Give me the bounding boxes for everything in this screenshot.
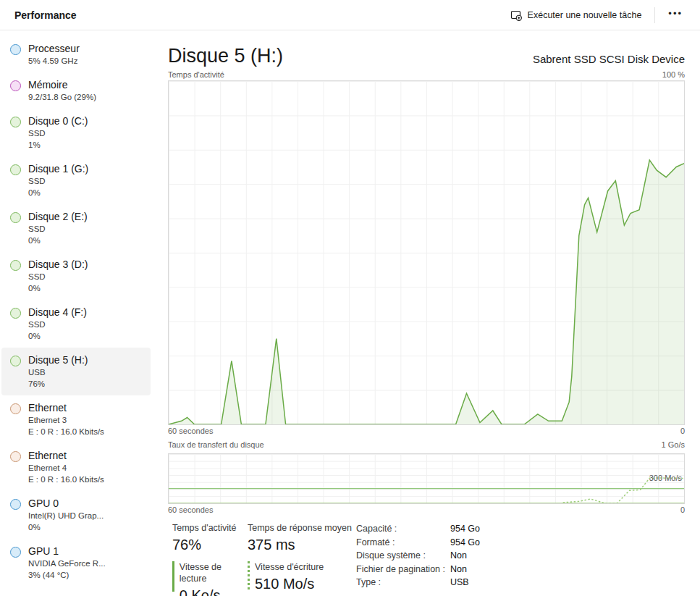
- sidebar-item-sub2: 76%: [28, 378, 88, 390]
- sidebar-item-sub: SSD: [28, 223, 88, 235]
- sidebar-item-cpu[interactable]: Processeur 5% 4.59 GHz: [1, 36, 151, 72]
- sidebar-item-title: Disque 2 (E:): [28, 210, 88, 223]
- write-speed-legend-bar: [248, 561, 250, 592]
- sidebar-item-ethernet3[interactable]: Ethernet Ethernet 3 E : 0 R : 16.0 Kbits…: [1, 395, 151, 443]
- sidebar-item-sub2: 0%: [28, 187, 88, 198]
- gpu-status-icon: [10, 499, 21, 510]
- sidebar-item-sub: SSD: [28, 127, 88, 139]
- sidebar-item-title: Disque 4 (F:): [28, 306, 87, 319]
- sidebar-item-sub2: E : 0 R : 16.0 Kbits/s: [28, 474, 104, 485]
- transfer-chart-scale-max: 1 Go/s: [662, 440, 685, 450]
- header-divider: [654, 7, 655, 23]
- sidebar-item-sub: SSD: [28, 319, 87, 330]
- header-actions: Exécuter une nouvelle tâche •••: [503, 5, 700, 25]
- transfer-chart: 300 Mo/s: [168, 453, 685, 504]
- sidebar-item-sub2: 0%: [28, 235, 88, 246]
- sidebar-item-disk2[interactable]: Disque 2 (E:) SSD 0%: [1, 204, 151, 252]
- detail-type: Type : USB: [356, 576, 685, 589]
- sidebar-item-sub: Intel(R) UHD Grap...: [28, 510, 104, 521]
- detail-capacity: Capacité : 954 Go: [356, 522, 685, 536]
- activity-x-left: 60 secondes: [168, 426, 213, 437]
- read-speed-value: 0 Ko/s: [180, 586, 248, 596]
- sidebar-item-sub: NVIDIA GeForce R...: [28, 558, 106, 569]
- sidebar-item-sub: SSD: [28, 175, 88, 187]
- disk-performance-panel: Disque 5 (H:) Sabrent SSD SCSI Disk Devi…: [168, 30, 685, 596]
- sidebar-item-title: Disque 0 (C:): [28, 114, 88, 127]
- sidebar-item-sub2: 0%: [28, 521, 104, 533]
- detail-page-file: Fichier de pagination : Non: [356, 563, 685, 576]
- write-speed-value: 510 Mo/s: [255, 574, 324, 593]
- sidebar-item-gpu0[interactable]: GPU 0 Intel(R) UHD Grap... 0%: [1, 491, 151, 539]
- sidebar-item-gpu1[interactable]: GPU 1 NVIDIA GeForce R... 3% (44 °C): [1, 539, 151, 587]
- detail-formatted: Formaté : 954 Go: [356, 536, 685, 550]
- sidebar-item-title: Disque 3 (D:): [28, 258, 88, 271]
- sidebar-item-title: Disque 1 (G:): [28, 162, 88, 175]
- ethernet-status-icon: [10, 451, 21, 462]
- page-title: Performance: [0, 9, 77, 21]
- activity-x-right: 0: [680, 426, 685, 437]
- app-header: Performance Exécuter une nouvelle tâche …: [0, 0, 700, 30]
- sidebar-item-sub2: 1%: [28, 139, 88, 151]
- disk-status-icon: [10, 356, 21, 366]
- sidebar-item-title: GPU 0: [28, 497, 104, 510]
- stat-read-speed: Vitesse de lecture 0 Ko/s: [172, 561, 248, 596]
- detail-system-disk: Disque système : Non: [356, 549, 685, 563]
- activity-chart-label: Temps d'activité: [168, 70, 224, 80]
- response-time-value: 375 ms: [248, 535, 355, 554]
- active-time-value: 76%: [172, 535, 248, 554]
- read-speed-legend-bar: [172, 561, 174, 592]
- device-name: Sabrent SSD SCSI Disk Device: [533, 52, 685, 68]
- transfer-chart-label: Taux de transfert du disque: [168, 440, 264, 450]
- disk-status-icon: [10, 260, 21, 271]
- sidebar-item-sub: 9.2/31.8 Go (29%): [28, 91, 96, 103]
- disk-stats: Temps d'activité 76% Temps de réponse mo…: [168, 522, 685, 596]
- sidebar-item-title: GPU 1: [28, 545, 106, 558]
- run-new-task-label: Exécuter une nouvelle tâche: [528, 10, 642, 20]
- stat-active-time: Temps d'activité 76%: [172, 522, 248, 554]
- new-task-icon: [510, 9, 522, 21]
- sidebar-item-memory[interactable]: Mémoire 9.2/31.8 Go (29%): [1, 72, 151, 109]
- more-options-button[interactable]: •••: [661, 5, 690, 25]
- gpu-status-icon: [10, 547, 21, 558]
- disk-status-icon: [10, 308, 21, 319]
- sidebar-item-disk4[interactable]: Disque 4 (F:) SSD 0%: [1, 300, 151, 348]
- run-new-task-button[interactable]: Exécuter une nouvelle tâche: [503, 5, 649, 25]
- sidebar-item-disk0[interactable]: Disque 0 (C:) SSD 1%: [1, 109, 151, 156]
- disk-status-icon: [10, 117, 21, 127]
- performance-sidebar: Processeur 5% 4.59 GHz Mémoire 9.2/31.8 …: [1, 36, 151, 587]
- stat-write-speed: Vitesse d'écriture 510 Mo/s: [248, 561, 355, 596]
- sidebar-item-title: Ethernet: [28, 401, 104, 414]
- sidebar-item-title: Processeur: [28, 42, 80, 55]
- sidebar-item-title: Disque 5 (H:): [28, 353, 88, 366]
- sidebar-item-sub: Ethernet 4: [28, 462, 104, 474]
- sidebar-item-sub: 5% 4.59 GHz: [28, 55, 80, 67]
- disk-details: Capacité : 954 Go Formaté : 954 Go Disqu…: [355, 522, 685, 596]
- disk-title: Disque 5 (H:): [168, 43, 283, 68]
- memory-status-icon: [10, 80, 21, 91]
- sidebar-item-sub2: 3% (44 °C): [28, 569, 106, 581]
- ethernet-status-icon: [10, 403, 21, 414]
- sidebar-item-sub: Ethernet 3: [28, 414, 104, 426]
- sidebar-item-disk5-selected[interactable]: Disque 5 (H:) USB 76%: [1, 348, 151, 395]
- transfer-x-left: 60 secondes: [168, 505, 213, 516]
- sidebar-item-ethernet4[interactable]: Ethernet Ethernet 4 E : 0 R : 16.0 Kbits…: [1, 443, 151, 491]
- cpu-status-icon: [10, 44, 21, 55]
- disk-status-icon: [10, 212, 21, 223]
- sidebar-item-sub2: E : 0 R : 16.0 Kbits/s: [28, 426, 104, 437]
- activity-chart: [168, 80, 685, 425]
- disk-status-icon: [10, 164, 21, 175]
- sidebar-item-sub2: 0%: [28, 282, 88, 294]
- sidebar-item-disk3[interactable]: Disque 3 (D:) SSD 0%: [1, 252, 151, 300]
- sidebar-item-title: Mémoire: [28, 78, 96, 91]
- sidebar-item-disk1[interactable]: Disque 1 (G:) SSD 0%: [1, 156, 151, 204]
- transfer-x-right: 0: [680, 505, 685, 516]
- sidebar-item-title: Ethernet: [28, 449, 104, 462]
- sidebar-item-sub: SSD: [28, 271, 88, 282]
- activity-chart-scale-max: 100 %: [662, 70, 685, 80]
- sidebar-item-sub: USB: [28, 366, 88, 378]
- stat-response-time: Temps de réponse moyen 375 ms: [248, 522, 355, 554]
- sidebar-item-sub2: 0%: [28, 330, 87, 342]
- transfer-ref-line-label: 300 Mo/s: [649, 474, 682, 482]
